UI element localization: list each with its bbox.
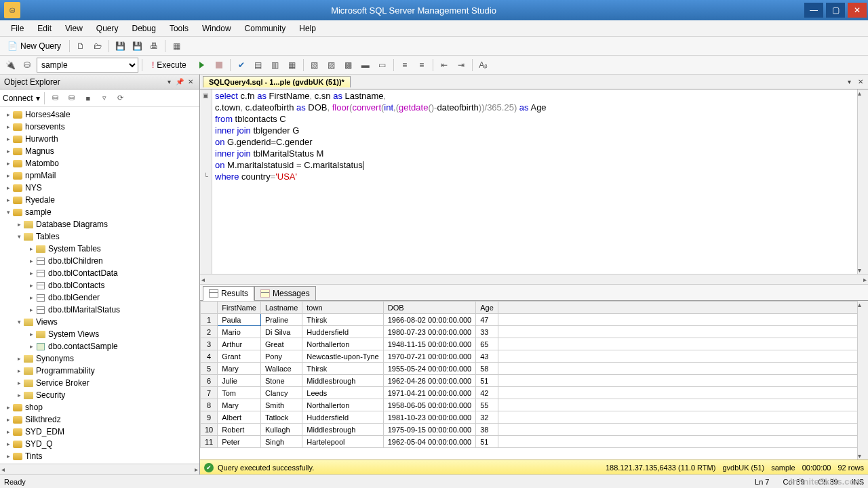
menu-community[interactable]: Community xyxy=(238,22,293,35)
new-query-button[interactable]: 📄 New Query xyxy=(3,39,66,53)
grid-cell[interactable]: Mario xyxy=(218,326,261,338)
change-connection-icon[interactable]: 🔌 xyxy=(3,58,18,73)
intellisense-icon[interactable]: ▦ xyxy=(285,58,300,73)
tree-db-sample[interactable]: ▾sample xyxy=(0,206,199,218)
close-panel-icon[interactable]: ✕ xyxy=(186,77,195,87)
grid-cell[interactable]: 43 xyxy=(476,350,498,363)
grid-cell[interactable]: Mary xyxy=(218,399,261,411)
grid-cell[interactable]: 1975-09-15 00:00:00.000 xyxy=(383,424,476,436)
parse-icon[interactable]: ✔ xyxy=(234,58,249,73)
print-icon[interactable]: 🖶 xyxy=(146,39,161,54)
grid-cell[interactable]: 33 xyxy=(476,326,498,338)
tab-dropdown-icon[interactable]: ▾ xyxy=(844,77,854,87)
grid-cell[interactable]: 51 xyxy=(476,436,498,448)
grid-cell[interactable]: Albert xyxy=(218,411,261,424)
grid-cell[interactable]: 1962-04-26 00:00:00.000 xyxy=(383,375,476,387)
table-row[interactable]: 10RobertKullaghMiddlesbrough1975-09-15 0… xyxy=(201,424,868,436)
table-row[interactable]: 7TomClancyLeeds1971-04-21 00:00:00.00042 xyxy=(201,387,868,399)
pin-icon[interactable]: 📌 xyxy=(175,77,184,87)
menu-view[interactable]: View xyxy=(58,22,90,35)
tree-table[interactable]: ▸dbo.tblContactData xyxy=(0,267,199,279)
execute-button[interactable]: !Execute xyxy=(146,58,193,72)
disconnect2-icon[interactable]: ⛁ xyxy=(65,92,79,105)
grid-cell[interactable]: Pony xyxy=(260,350,302,363)
grid-cell[interactable]: Clancy xyxy=(260,387,302,399)
row-header[interactable]: 1 xyxy=(201,314,218,326)
include-stats-icon[interactable]: ▨ xyxy=(324,58,339,73)
grid-cell[interactable]: Peter xyxy=(218,436,261,448)
grid-cell[interactable]: 1971-04-21 00:00:00.000 xyxy=(383,387,476,399)
tree-table[interactable]: ▸dbo.tblGender xyxy=(0,291,199,304)
tree-folder[interactable]: ▸Security xyxy=(0,389,199,401)
connect-label[interactable]: Connect xyxy=(3,94,33,103)
tree-folder[interactable]: ▸Service Broker xyxy=(0,377,199,389)
grid-cell[interactable]: Robert xyxy=(218,424,261,436)
tree-db[interactable]: ▸Tints xyxy=(0,450,199,462)
tree-db[interactable]: ▸Magnus xyxy=(0,145,199,157)
grid-vscroll[interactable]: ▴▾ xyxy=(857,301,868,460)
table-row[interactable]: 5MaryWallaceThirsk1955-05-24 00:00:00.00… xyxy=(201,363,868,375)
row-header[interactable]: 9 xyxy=(201,411,218,424)
grid-cell[interactable]: 58 xyxy=(476,363,498,375)
disconnect-icon[interactable]: ⛁ xyxy=(49,92,62,105)
grid-cell[interactable]: Northallerton xyxy=(302,399,383,411)
grid-cell[interactable]: Newcastle-upon-Tyne xyxy=(302,350,383,363)
refresh-icon[interactable]: ⟳ xyxy=(114,92,127,105)
grid-cell[interactable]: Thirsk xyxy=(302,363,383,375)
grid-cell[interactable]: 32 xyxy=(476,411,498,424)
row-header[interactable]: 5 xyxy=(201,363,218,375)
editor-hscroll[interactable]: ◂▸ xyxy=(200,274,868,285)
row-header[interactable]: 6 xyxy=(201,375,218,387)
save-icon[interactable]: 💾 xyxy=(113,39,127,54)
grid-cell[interactable]: 1970-07-21 00:00:00.000 xyxy=(383,350,476,363)
table-row[interactable]: 8MarySmithNorthallerton1958-06-05 00:00:… xyxy=(201,399,868,411)
database-select[interactable]: sample xyxy=(37,58,138,73)
menu-edit[interactable]: Edit xyxy=(31,22,58,35)
uncomment-icon[interactable]: ≡ xyxy=(414,58,429,73)
grid-cell[interactable]: Great xyxy=(260,338,302,350)
col-header[interactable]: FirstName xyxy=(218,302,261,314)
table-row[interactable]: 1PaulaPralineThirsk1966-08-02 00:00:00.0… xyxy=(201,314,868,326)
tree-hscroll[interactable]: ◂▸ xyxy=(0,464,199,474)
grid-cell[interactable]: Grant xyxy=(218,350,261,363)
grid-cell[interactable]: Leeds xyxy=(302,387,383,399)
grid-cell[interactable]: Hartelepool xyxy=(302,436,383,448)
maximize-button[interactable]: ▢ xyxy=(826,3,845,18)
tree-table[interactable]: ▸dbo.tblChildren xyxy=(0,255,199,267)
grid-cell[interactable]: 1966-08-02 00:00:00.000 xyxy=(383,314,476,326)
tree-db[interactable]: ▸NYS xyxy=(0,182,199,194)
include-plan-icon[interactable]: ▧ xyxy=(307,58,322,73)
grid-cell[interactable]: Di Silva xyxy=(260,326,302,338)
messages-tab[interactable]: Messages xyxy=(254,286,316,301)
table-row[interactable]: 4GrantPonyNewcastle-upon-Tyne1970-07-21 … xyxy=(201,350,868,363)
tree-table[interactable]: ▸dbo.tblMaritalStatus xyxy=(0,304,199,316)
open-file-icon[interactable]: 🗁 xyxy=(90,39,105,54)
table-row[interactable]: 6JulieStoneMiddlesbrough1962-04-26 00:00… xyxy=(201,375,868,387)
grid-cell[interactable]: Julie xyxy=(218,375,261,387)
tree-folder-tables[interactable]: ▾Tables xyxy=(0,230,199,243)
grid-cell[interactable]: Huddersfield xyxy=(302,326,383,338)
tree-folder[interactable]: ▸Database Diagrams xyxy=(0,218,199,230)
stop-icon[interactable]: ■ xyxy=(81,92,95,105)
grid-cell[interactable]: Tatlock xyxy=(260,411,302,424)
grid-cell[interactable]: 42 xyxy=(476,387,498,399)
grid-cell[interactable]: Arthur xyxy=(218,338,261,350)
open-de-icon[interactable]: 🗋 xyxy=(73,39,88,54)
include-client-stats-icon[interactable]: ▩ xyxy=(341,58,356,73)
decrease-indent-icon[interactable]: ⇤ xyxy=(437,58,452,73)
grid-cell[interactable]: Kullagh xyxy=(260,424,302,436)
outline-collapse-icon[interactable]: ▣ xyxy=(200,89,212,101)
grid-cell[interactable]: 1958-06-05 00:00:00.000 xyxy=(383,399,476,411)
close-button[interactable]: ✕ xyxy=(848,3,867,18)
results-grid-icon[interactable]: ▭ xyxy=(375,58,390,73)
document-tab[interactable]: SQLQuery4.sql - 1...ple (gvdbUK (51))* xyxy=(203,76,351,87)
specify-values-icon[interactable]: Aᵦ xyxy=(476,58,491,73)
grid-cell[interactable]: Singh xyxy=(260,436,302,448)
table-row[interactable]: 9AlbertTatlockHuddersfield1981-10-23 00:… xyxy=(201,411,868,424)
grid-cell[interactable]: Stone xyxy=(260,375,302,387)
menu-debug[interactable]: Debug xyxy=(125,22,163,35)
cancel-query-icon[interactable] xyxy=(212,58,226,73)
tree-folder[interactable]: ▸Programmability xyxy=(0,365,199,377)
col-header[interactable]: Age xyxy=(476,302,498,314)
comment-icon[interactable]: ≡ xyxy=(397,58,412,73)
